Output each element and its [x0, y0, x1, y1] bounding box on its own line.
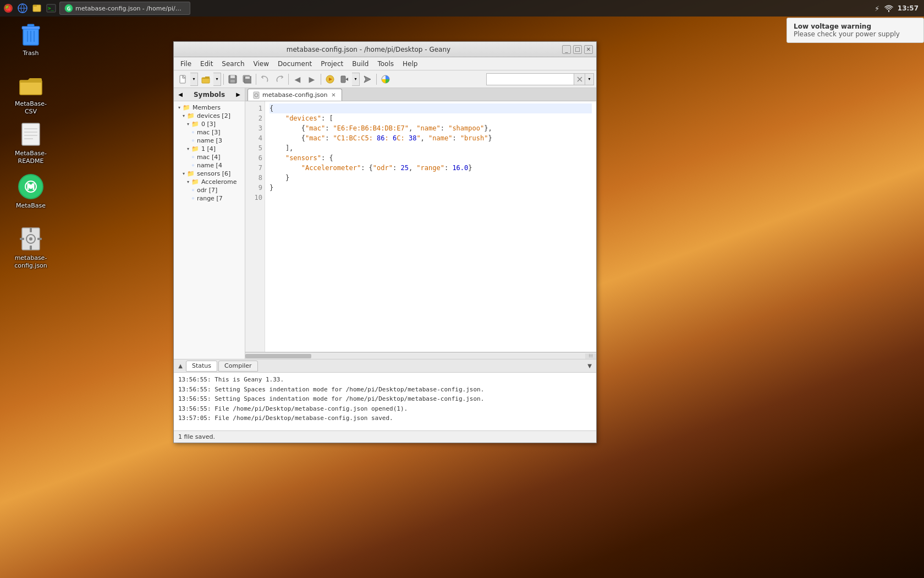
compile-btn[interactable]	[323, 73, 337, 86]
run-dropdown[interactable]: ▾	[352, 73, 360, 86]
menu-document[interactable]: Document	[273, 59, 316, 69]
tree-item-6[interactable]: ◦ mac [4]	[174, 153, 245, 161]
menu-build[interactable]: Build	[348, 59, 373, 69]
tree-item-label: Members	[193, 104, 221, 111]
log-output: 13:56:55: This is Geany 1.33.13:56:55: S…	[174, 373, 596, 430]
tree-circle-icon: ◦	[191, 162, 195, 168]
menu-project[interactable]: Project	[316, 59, 348, 69]
desktop-icon-metabase[interactable]: M MetaBase	[9, 173, 53, 210]
hscroll-thumb[interactable]	[245, 354, 311, 358]
geany-taskbar-btn[interactable]: G metabase-config.json - /home/pi/Deskto…	[59, 2, 190, 15]
search-clear-btn[interactable]	[574, 73, 585, 85]
tree-item-label: odr [7]	[197, 187, 217, 194]
horizontal-scrollbar[interactable]: ⁞⁞⁞	[245, 352, 596, 359]
desktop-icon-trash[interactable]: Trash	[9, 21, 53, 57]
run-btn[interactable]	[338, 73, 351, 86]
symbol-tree: ▾📁Members▾📁devices [2]▾📁0 [3]◦ mac [3]◦ …	[174, 101, 245, 359]
tree-item-8[interactable]: ▾📁sensors [6]	[174, 170, 245, 178]
tree-item-2[interactable]: ▾📁0 [3]	[174, 120, 245, 128]
search-input[interactable]	[486, 73, 574, 85]
editor-area: metabase-config.json ✕ 1 2 3 4 5 6 7 8 9…	[245, 88, 596, 359]
tree-item-1[interactable]: ▾📁devices [2]	[174, 112, 245, 120]
tree-item-0[interactable]: ▾📁Members	[174, 103, 245, 112]
sidebar-collapse-btn[interactable]: ◀	[176, 90, 185, 99]
tree-triangle: ▾	[183, 171, 185, 176]
bluetooth-icon: ⚡	[872, 4, 881, 13]
open-file-dropdown[interactable]: ▾	[213, 73, 221, 86]
code-content[interactable]: { "devices": [ {"mac": "E6:Fe:B6:B4:DB:E…	[265, 101, 596, 352]
redo-btn[interactable]	[273, 73, 286, 86]
color-chooser-btn[interactable]	[379, 73, 392, 86]
svg-marker-46	[364, 76, 371, 83]
svg-text:G: G	[67, 7, 71, 12]
menu-tools[interactable]: Tools	[373, 59, 398, 69]
bottom-tab-compiler[interactable]: Compiler	[218, 361, 258, 372]
svg-text:⚡: ⚡	[875, 4, 879, 13]
bottom-scroll-down-btn[interactable]: ▼	[585, 362, 594, 370]
tree-circle-icon: ◦	[191, 129, 195, 135]
new-file-btn[interactable]	[176, 73, 189, 86]
metabase-label: MetaBase	[16, 202, 46, 210]
window-minimize-btn[interactable]: _	[562, 45, 571, 54]
search-dropdown-btn[interactable]: ▾	[585, 73, 594, 85]
terminal-icon[interactable]: >_	[45, 2, 57, 14]
toolbar-separator-5	[376, 74, 377, 85]
tree-item-10[interactable]: ◦ odr [7]	[174, 186, 245, 194]
bottom-scroll-up-btn[interactable]: ▲	[176, 362, 185, 370]
notification-title: Low voltage warning	[794, 23, 917, 30]
tree-item-11[interactable]: ◦ range [7	[174, 194, 245, 203]
tree-item-4[interactable]: ◦ name [3	[174, 137, 245, 145]
new-file-dropdown[interactable]: ▾	[190, 73, 198, 86]
svg-rect-18	[22, 123, 40, 145]
tree-item-5[interactable]: ▾📁1 [4]	[174, 145, 245, 153]
code-editor[interactable]: 1 2 3 4 5 6 7 8 9 10 { "devices": [ {"ma…	[245, 101, 596, 352]
save-file-btn[interactable]	[226, 73, 239, 86]
menu-search[interactable]: Search	[217, 59, 249, 69]
metabase-config-label: metabase-config.json	[9, 254, 53, 270]
menu-edit[interactable]: Edit	[196, 59, 217, 69]
tree-circle-icon: ◦	[191, 154, 195, 160]
send-btn[interactable]	[361, 73, 374, 86]
tree-folder-icon: 📁	[191, 178, 199, 186]
tree-item-7[interactable]: ◦ name [4	[174, 161, 245, 170]
editor-tab-metabase-config[interactable]: metabase-config.json ✕	[248, 89, 342, 101]
svg-text:🍓: 🍓	[4, 4, 12, 12]
nav-forward-btn[interactable]: ▶	[305, 73, 318, 86]
open-file-btn[interactable]	[199, 73, 212, 86]
window-maximize-btn[interactable]: □	[573, 45, 582, 54]
save-all-btn[interactable]	[240, 73, 254, 86]
desktop-icon-metabase-readme[interactable]: MetaBase-README	[9, 121, 53, 166]
tree-item-label: mac [3]	[197, 129, 221, 136]
config-icon	[18, 226, 44, 252]
tree-item-9[interactable]: ▾📁Accelerome	[174, 178, 245, 186]
tab-close-btn[interactable]: ✕	[329, 91, 337, 99]
browser-icon[interactable]	[16, 2, 29, 14]
svg-rect-32	[20, 238, 24, 240]
desktop-icon-metabase-csv[interactable]: MetaBase-CSV	[9, 72, 53, 116]
files-icon[interactable]	[31, 2, 43, 14]
menu-help[interactable]: Help	[398, 59, 422, 69]
hscroll-track[interactable]	[245, 353, 585, 359]
tree-folder-icon: 📁	[187, 112, 195, 119]
undo-btn[interactable]	[258, 73, 272, 86]
sidebar-expand-btn[interactable]: ▶	[234, 90, 243, 99]
raspberry-pi-icon[interactable]: 🍓	[2, 2, 14, 14]
menu-bar: File Edit Search View Document Project B…	[174, 57, 596, 70]
tree-item-label: sensors [6]	[197, 170, 230, 177]
wifi-icon	[884, 4, 893, 13]
desktop-icon-metabase-config[interactable]: metabase-config.json	[9, 226, 53, 270]
svg-rect-38	[230, 80, 235, 83]
tree-item-label: Accelerome	[201, 178, 237, 186]
toolbar-separator-2	[256, 74, 256, 85]
notification-icons: ⚡	[872, 4, 893, 13]
svg-marker-45	[345, 78, 348, 81]
log-entry: 13:56:55: Setting Spaces indentation mod…	[178, 385, 592, 395]
taskbar: 🍓 >_	[0, 0, 924, 17]
menu-file[interactable]: File	[176, 59, 196, 69]
window-close-btn[interactable]: ✕	[584, 45, 593, 54]
menu-view[interactable]: View	[249, 59, 273, 69]
tab-file-icon	[252, 91, 260, 99]
bottom-tab-status[interactable]: Status	[186, 361, 217, 372]
tree-item-3[interactable]: ◦ mac [3]	[174, 128, 245, 137]
nav-back-btn[interactable]: ◀	[291, 73, 304, 86]
